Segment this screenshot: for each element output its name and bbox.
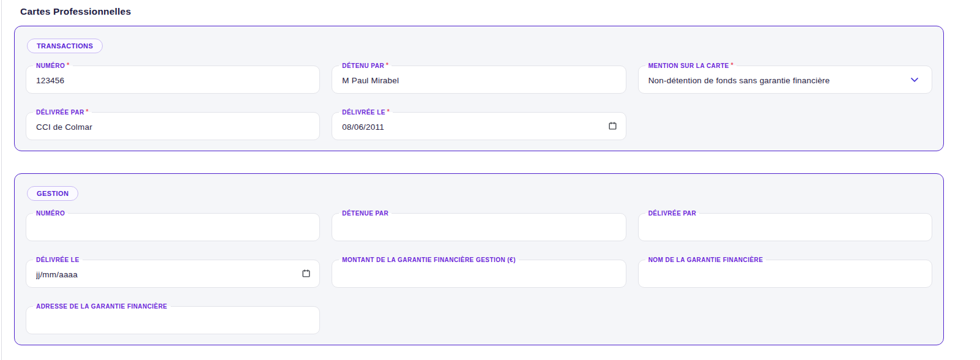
gestion-delivree-le-label-text: DÉLIVRÉE LE: [36, 257, 80, 263]
numero-label-text: NUMÉRO: [36, 62, 65, 69]
left-edge-divider: [1, 0, 2, 360]
gestion-delivree-par-label: DÉLIVRÉE PAR: [645, 209, 700, 217]
delivree-par-input[interactable]: [36, 122, 311, 132]
delivree-le-label-text: DÉLIVRÉE LE: [342, 109, 385, 116]
required-marker: *: [731, 62, 733, 69]
gestion-badge: GESTION: [27, 186, 78, 201]
delivree-par-label-text: DÉLIVRÉE PAR: [36, 109, 84, 116]
delivree-le-label: DÉLIVRÉE LE*: [339, 108, 393, 116]
gestion-detenue-par-label-text: DÉTENUE PAR: [342, 210, 388, 217]
gestion-delivree-le-field: DÉLIVRÉE LE: [26, 260, 320, 288]
gestion-nom-garantie-label-text: NOM DE LA GARANTIE FINANCIÈRE: [648, 257, 763, 263]
numero-label: NUMÉRO*: [33, 62, 73, 70]
gestion-delivree-par-field: DÉLIVRÉE PAR: [638, 213, 932, 241]
required-marker: *: [386, 62, 388, 69]
gestion-montant-garantie-input[interactable]: [342, 270, 617, 279]
mention-sur-la-carte-select[interactable]: MENTION SUR LA CARTE* Non-détention de f…: [638, 66, 932, 94]
section-transactions: TRANSACTIONS NUMÉRO* DÉTENU PAR* MENTION…: [14, 26, 944, 151]
gestion-adresse-garantie-input[interactable]: [36, 317, 311, 326]
detenu-par-label-text: DÉTENU PAR: [342, 62, 384, 69]
numero-input[interactable]: [36, 76, 311, 85]
delivree-le-input[interactable]: [342, 122, 603, 132]
required-marker: *: [86, 108, 89, 115]
gestion-nom-garantie-label: NOM DE LA GARANTIE FINANCIÈRE: [645, 256, 767, 264]
calendar-icon[interactable]: [608, 121, 617, 133]
delivree-par-field: DÉLIVRÉE PAR*: [26, 112, 320, 140]
detenu-par-field: DÉTENU PAR*: [332, 66, 626, 94]
gestion-delivree-le-input[interactable]: [36, 270, 297, 279]
detenu-par-input[interactable]: [342, 76, 617, 85]
gestion-numero-input[interactable]: [36, 223, 311, 233]
delivree-le-field: DÉLIVRÉE LE*: [332, 112, 626, 140]
chevron-down-icon[interactable]: [908, 73, 921, 88]
calendar-icon[interactable]: [302, 269, 311, 280]
gestion-numero-label-text: NUMÉRO: [36, 210, 65, 217]
gestion-delivree-par-label-text: DÉLIVRÉE PAR: [648, 210, 697, 217]
gestion-nom-garantie-input[interactable]: [648, 270, 923, 279]
page-title: Cartes Professionnelles: [14, 0, 944, 26]
gestion-detenue-par-input[interactable]: [342, 223, 617, 233]
gestion-detenue-par-label: DÉTENUE PAR: [339, 209, 392, 217]
numero-field: NUMÉRO*: [26, 66, 320, 94]
gestion-adresse-garantie-label: ADRESSE DE LA GARANTIE FINANCIÈRE: [33, 302, 171, 310]
gestion-detenue-par-field: DÉTENUE PAR: [332, 213, 626, 241]
gestion-adresse-garantie-label-text: ADRESSE DE LA GARANTIE FINANCIÈRE: [36, 303, 168, 310]
gestion-nom-garantie-field: NOM DE LA GARANTIE FINANCIÈRE: [638, 260, 932, 288]
mention-label-text: MENTION SUR LA CARTE: [648, 62, 729, 69]
gestion-adresse-garantie-field: ADRESSE DE LA GARANTIE FINANCIÈRE: [26, 306, 320, 334]
mention-sur-la-carte-label: MENTION SUR LA CARTE*: [645, 62, 737, 70]
transactions-badge: TRANSACTIONS: [27, 39, 103, 53]
gestion-montant-garantie-label: MONTANT DE LA GARANTIE FINANCIÈRE GESTIO…: [339, 256, 519, 264]
transactions-fields-grid: NUMÉRO* DÉTENU PAR* MENTION SUR LA CARTE…: [26, 66, 932, 140]
page-content: Cartes Professionnelles TRANSACTIONS NUM…: [14, 0, 944, 345]
gestion-delivree-le-label: DÉLIVRÉE LE: [33, 256, 83, 264]
gestion-fields-grid: NUMÉRO DÉTENUE PAR DÉLIVRÉE PAR DÉLIVRÉE…: [26, 213, 932, 334]
gestion-montant-garantie-label-text: MONTANT DE LA GARANTIE FINANCIÈRE GESTIO…: [342, 257, 516, 263]
delivree-par-label: DÉLIVRÉE PAR*: [33, 108, 92, 116]
required-marker: *: [387, 108, 390, 115]
required-marker: *: [67, 62, 69, 69]
gestion-montant-garantie-field: MONTANT DE LA GARANTIE FINANCIÈRE GESTIO…: [332, 260, 626, 288]
gestion-numero-label: NUMÉRO: [33, 209, 68, 217]
gestion-numero-field: NUMÉRO: [26, 213, 320, 241]
detenu-par-label: DÉTENU PAR*: [339, 62, 392, 70]
section-gestion: GESTION NUMÉRO DÉTENUE PAR DÉLIVRÉE PAR …: [14, 173, 944, 345]
gestion-delivree-par-input[interactable]: [648, 223, 923, 233]
mention-selected-value: Non-détention de fonds sans garantie fin…: [648, 76, 908, 85]
